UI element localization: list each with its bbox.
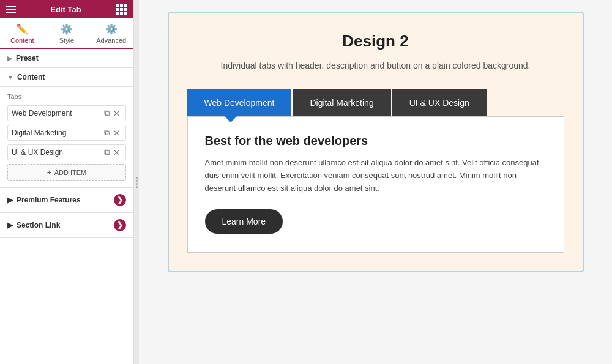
section-link-left: ▶ Section Link [7,221,60,229]
design-card: Design 2 Individual tabs with header, de… [168,12,584,272]
tabs-label: Tabs [7,93,126,100]
tab-item-copy-1[interactable]: ⧉ [102,108,111,118]
tab-item-remove-3[interactable]: ✕ [111,148,122,157]
tab-nav: Web Development Digital Marketing UI & U… [187,89,564,116]
tab-item-row: Web Development ⧉ ✕ [7,105,126,121]
tab-item-remove-2[interactable]: ✕ [111,128,122,138]
tab-content[interactable]: ✏️ Content [0,18,45,49]
content-arrow: ▼ [7,74,13,81]
tab-style-label: Style [59,37,74,44]
tab-pointer [225,116,237,122]
design-subtitle: Individual tabs with header, description… [187,59,564,72]
tab-item-copy-3[interactable]: ⧉ [102,147,111,157]
tab-item-text-2: Digital Marketing [12,128,102,137]
tab-item-row: Digital Marketing ⧉ ✕ [7,125,126,141]
premium-arrow: ▶ [7,196,13,204]
content-section-header[interactable]: ▼ Content [0,68,133,87]
tab-item-text-1: Web Development [12,109,102,117]
content-section-body: Tabs Web Development ⧉ ✕ Digital Marketi… [0,87,133,188]
tab-item-remove-1[interactable]: ✕ [111,109,122,118]
main-content: Design 2 Individual tabs with header, de… [139,0,612,364]
tab-advanced[interactable]: ⚙️ Advanced [89,18,133,49]
tab-item-row: UI & UX Design ⧉ ✕ [7,144,126,160]
premium-badge: ❯ [114,194,126,206]
panel-body: ▶ Preset ▼ Content Tabs Web Development … [0,49,133,364]
tab-nav-digital-marketing[interactable]: Digital Marketing [293,89,390,116]
tab-item-text-3: UI & UX Design [12,148,102,157]
drag-dots [136,177,138,188]
panel-tabs: ✏️ Content ⚙️ Style ⚙️ Advanced [0,18,133,49]
tab-content-description: Amet minim mollit non deserunt ullamco e… [205,157,547,195]
tab-advanced-label: Advanced [96,37,126,44]
panel-header: Edit Tab [0,0,133,18]
section-link-badge: ❯ [114,219,126,231]
premium-label: Premium Features [17,196,81,204]
add-item-label: ADD ITEM [54,169,87,176]
section-link-arrow: ▶ [7,221,13,229]
preset-arrow: ▶ [7,55,12,62]
learn-more-button[interactable]: Learn More [205,209,283,234]
tab-content-panel: Best for the web developers Amet minim m… [187,116,564,253]
style-icon: ⚙️ [61,23,73,35]
section-link-row[interactable]: ▶ Section Link ❯ [0,213,133,238]
design-title: Design 2 [187,32,564,51]
section-link-label: Section Link [17,221,60,229]
panel-title: Edit Tab [50,5,81,14]
preset-section-header[interactable]: ▶ Preset [0,49,133,68]
premium-left: ▶ Premium Features [7,196,81,204]
tab-content-label: Content [10,37,34,44]
left-panel: Edit Tab ✏️ Content ⚙️ Style ⚙️ Advanced… [0,0,134,364]
tab-nav-web-development[interactable]: Web Development [187,89,292,116]
premium-features-row[interactable]: ▶ Premium Features ❯ [0,188,133,213]
advanced-icon: ⚙️ [105,23,118,35]
tab-nav-ui-ux-design[interactable]: UI & UX Design [392,89,487,116]
tab-item-copy-2[interactable]: ⧉ [102,128,111,138]
plus-icon: + [47,168,51,177]
preset-label: Preset [16,54,39,62]
tab-content-title: Best for the web developers [205,134,547,148]
grid-icon[interactable] [116,4,127,15]
add-item-button[interactable]: + ADD ITEM [7,164,126,181]
content-icon: ✏️ [16,23,28,35]
drag-handle[interactable] [134,0,139,364]
content-section-label: Content [17,73,45,81]
tab-style[interactable]: ⚙️ Style [45,18,89,49]
hamburger-icon[interactable] [6,6,16,13]
